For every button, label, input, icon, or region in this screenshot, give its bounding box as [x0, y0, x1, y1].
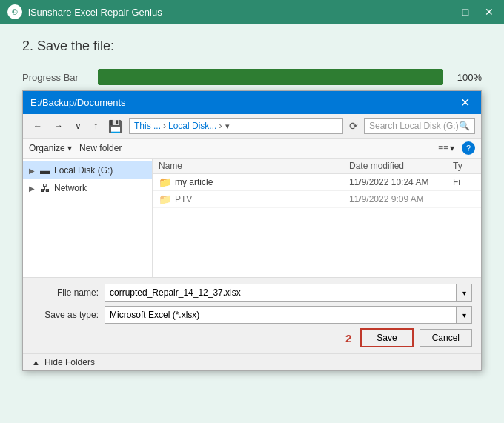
- hide-folders-arrow-icon: ▲: [32, 358, 40, 367]
- dialog-save-button[interactable]: Save: [360, 328, 413, 347]
- step2-number: 2: [345, 332, 351, 344]
- progress-row: Progress Bar 100%: [22, 69, 482, 85]
- file-name-label: File name:: [32, 287, 99, 298]
- down-button[interactable]: ∨: [70, 119, 86, 133]
- dialog-actions-bar: Organize ▾ New folder ≡≡ ▾ ?: [23, 139, 481, 159]
- table-row[interactable]: 📁 PTV 11/9/2022 9:09 AM: [153, 191, 481, 208]
- file-name-dropdown-arrow[interactable]: ▾: [456, 284, 472, 302]
- hide-folders-label: Hide Folders: [44, 357, 95, 367]
- progress-bar-fill: [98, 69, 443, 85]
- network-icon: 🖧: [40, 182, 50, 194]
- file-date-cell: 11/9/2022 10:24 AM: [349, 177, 453, 187]
- expand-arrow-local-disk: ▶: [29, 167, 36, 175]
- title-bar: © iSunshare Excel Repair Genius — □ ✕: [0, 0, 504, 24]
- sidebar-item-network[interactable]: ▶ 🖧 Network: [23, 179, 152, 197]
- file-name-cell: PTV: [175, 194, 349, 204]
- search-icon: 🔍: [459, 121, 470, 131]
- dialog-close-button[interactable]: ✕: [456, 96, 474, 110]
- files-panel: Name Date modified Ty 📁 my article 11/9/…: [153, 159, 481, 277]
- file-name-row: File name: ▾: [32, 284, 472, 302]
- progress-label: Progress Bar: [22, 72, 89, 83]
- col-name-header: Name: [159, 161, 349, 171]
- sidebar-item-local-disk[interactable]: ▶ ▬ Local Disk (G:): [23, 161, 152, 179]
- search-box[interactable]: Search Local Disk (G:) 🔍: [364, 118, 475, 134]
- forward-button[interactable]: →: [50, 119, 67, 133]
- help-button[interactable]: ?: [462, 141, 475, 155]
- progress-percent: 100%: [452, 72, 482, 83]
- folder-icon: 📁: [159, 176, 171, 188]
- dialog-footer: File name: ▾ Save as type: ▾ 2 Save Canc…: [23, 277, 481, 353]
- hide-folders-row[interactable]: ▲ Hide Folders: [23, 353, 481, 370]
- breadcrumb-local-disk: Local Disk...: [168, 121, 216, 131]
- file-name-cell: my article: [175, 177, 349, 187]
- folder-icon: 📁: [159, 193, 171, 205]
- close-button[interactable]: ✕: [482, 6, 497, 18]
- organize-button[interactable]: Organize ▾: [29, 143, 72, 153]
- view-icon: ≡≡: [438, 143, 448, 153]
- section-title: 2. Save the file:: [22, 39, 482, 54]
- view-arrow: ▾: [450, 143, 454, 153]
- expand-arrow-network: ▶: [29, 184, 36, 193]
- file-date-cell: 11/9/2022 9:09 AM: [349, 194, 453, 204]
- save-as-type-dropdown[interactable]: ▾: [105, 306, 472, 324]
- save-as-type-input[interactable]: [105, 306, 456, 324]
- app-body: 2. Save the file: Progress Bar 100% 1 Sa…: [0, 24, 504, 423]
- view-button[interactable]: ≡≡ ▾: [438, 143, 454, 153]
- progress-bar-container: [98, 69, 443, 85]
- file-name-input[interactable]: [105, 284, 456, 302]
- dialog-title: E:/Backup/Documents: [30, 97, 126, 108]
- files-header: Name Date modified Ty: [153, 159, 481, 174]
- dialog-action-row: 2 Save Cancel: [32, 328, 472, 347]
- nav-panel: ▶ ▬ Local Disk (G:) ▶ 🖧 Network: [23, 159, 153, 277]
- network-label: Network: [54, 183, 87, 193]
- app-title: iSunshare Excel Repair Genius: [28, 7, 434, 18]
- table-row[interactable]: 📁 my article 11/9/2022 10:24 AM Fi: [153, 174, 481, 191]
- save-as-type-label: Save as type:: [32, 310, 99, 320]
- dialog-body: ▶ ▬ Local Disk (G:) ▶ 🖧 Network Name Dat…: [23, 159, 481, 277]
- breadcrumb[interactable]: This ... › Local Disk... › ▾: [129, 118, 343, 134]
- new-folder-button[interactable]: New folder: [79, 143, 122, 153]
- search-placeholder: Search Local Disk (G:): [369, 121, 459, 131]
- col-type-header: Ty: [453, 161, 475, 171]
- save-as-type-row: Save as type: ▾: [32, 306, 472, 324]
- file-dialog: E:/Backup/Documents ✕ ← → ∨ ↑ 💾 This ...…: [22, 90, 482, 371]
- drive-icon: 💾: [108, 119, 123, 133]
- col-date-header: Date modified: [349, 161, 453, 171]
- dialog-toolbar: ← → ∨ ↑ 💾 This ... › Local Disk... › ▾ ⟳…: [23, 114, 481, 139]
- maximize-button[interactable]: □: [458, 6, 473, 18]
- local-disk-label: Local Disk (G:): [54, 165, 113, 176]
- dialog-cancel-button[interactable]: Cancel: [420, 329, 472, 347]
- local-disk-icon: ▬: [40, 164, 50, 176]
- breadcrumb-this: This ...: [134, 121, 161, 131]
- file-name-dropdown[interactable]: ▾: [105, 284, 472, 302]
- app-logo: ©: [7, 4, 22, 19]
- save-as-type-dropdown-arrow[interactable]: ▾: [456, 306, 472, 324]
- minimize-button[interactable]: —: [434, 6, 449, 18]
- refresh-button[interactable]: ⟳: [346, 119, 361, 133]
- file-type-cell: Fi: [453, 177, 475, 187]
- back-button[interactable]: ←: [29, 119, 47, 133]
- up-button[interactable]: ↑: [89, 119, 102, 133]
- window-controls: — □ ✕: [434, 6, 497, 18]
- dialog-title-bar: E:/Backup/Documents ✕: [23, 91, 481, 114]
